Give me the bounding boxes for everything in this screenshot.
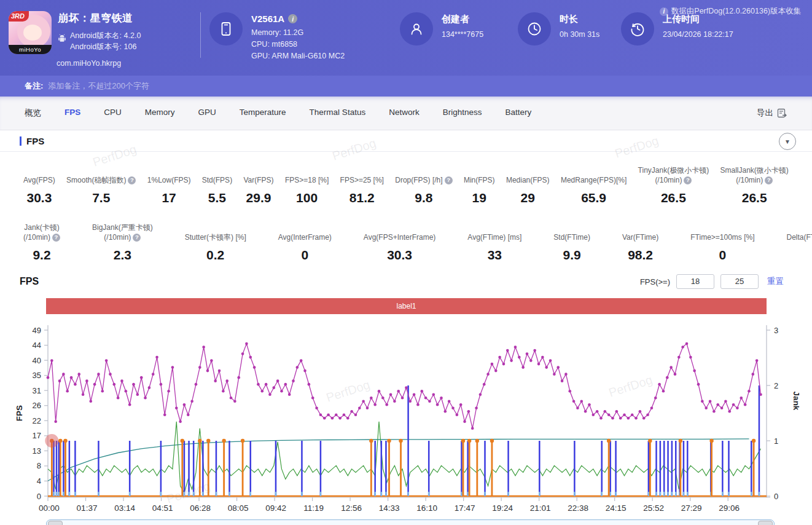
header-divider <box>200 12 201 58</box>
fps-threshold-input-2[interactable]: 25 <box>720 274 759 289</box>
svg-text:06:28: 06:28 <box>190 503 211 513</box>
tab-battery[interactable]: Battery <box>505 108 531 119</box>
svg-text:49: 49 <box>33 326 41 335</box>
help-icon[interactable]: ? <box>684 176 692 184</box>
svg-text:24:15: 24:15 <box>606 503 627 513</box>
stat-cell: Min(FPS)19 <box>464 164 495 205</box>
svg-text:2: 2 <box>774 381 778 390</box>
device-info: V2561A i Memory: 11.2G CPU: mt6858 GPU: … <box>209 9 400 61</box>
svg-text:0: 0 <box>37 492 41 501</box>
reset-button[interactable]: 重置 <box>767 276 784 287</box>
chart-scrollbar[interactable] <box>46 519 775 525</box>
game-app-icon: 3RD miHoYo <box>9 11 52 54</box>
fps-threshold-input-1[interactable]: 18 <box>676 274 714 289</box>
android-version-code: Android版本号: 106 <box>70 41 141 52</box>
svg-text:27:29: 27:29 <box>681 503 702 513</box>
stat-cell: Avg(FPS+InterFrame)30.3 <box>364 221 435 262</box>
stat-label: MedRange(FPS)[%] <box>561 164 627 185</box>
scrollbar-right-handle[interactable] <box>758 521 773 525</box>
stat-value: 9.2 <box>23 248 60 262</box>
help-icon[interactable]: ? <box>128 176 136 184</box>
stat-label: Avg(FPS) <box>23 164 55 185</box>
export-icon <box>777 108 787 118</box>
chart-title: FPS <box>20 276 640 287</box>
stat-value: 0 <box>690 248 754 262</box>
collect-note-text: 数据由PerfDog(12.0.260136)版本收集 <box>671 6 801 17</box>
collapse-button[interactable]: ▼ <box>779 133 796 150</box>
svg-text:0: 0 <box>774 492 778 501</box>
note-input[interactable]: 添加备注，不超过200个字符 <box>48 81 787 92</box>
svg-text:22:38: 22:38 <box>568 503 588 513</box>
stat-label: Std(FPS) <box>202 164 232 185</box>
scrollbar-left-handle[interactable] <box>48 521 63 525</box>
stats-row-2: Jank(卡顿)(/10min)?9.2BigJank(严重卡顿)(/10min… <box>23 221 789 262</box>
stat-cell: Std(FTime)9.9 <box>553 221 590 262</box>
export-label: 导出 <box>757 108 773 119</box>
svg-text:3: 3 <box>774 326 778 335</box>
stat-label: 1%Low(FPS) <box>147 164 191 185</box>
stat-cell: Smooth(稳帧指数)?7.5 <box>66 164 136 205</box>
stat-label: FPS>=18 [%] <box>285 164 329 185</box>
svg-text:09:42: 09:42 <box>265 503 286 513</box>
creator-info: 创建者 134****7675 <box>400 9 518 45</box>
game-icon-badge: 3RD <box>9 11 29 22</box>
stat-cell: Avg(FTime) [ms]33 <box>467 221 521 262</box>
stat-label: SmallJank(微小卡顿)(/10min)? <box>720 164 788 185</box>
svg-text:17:47: 17:47 <box>455 503 475 513</box>
stat-cell: Jank(卡顿)(/10min)?9.2 <box>23 221 60 262</box>
svg-text:FPS: FPS <box>15 405 24 421</box>
device-gpu: GPU: ARM Mali-G610 MC2 <box>251 51 345 61</box>
stat-value: 0 <box>278 248 332 262</box>
tab-thermal-status[interactable]: Thermal Status <box>310 108 366 119</box>
help-icon[interactable]: ? <box>445 176 453 184</box>
stat-label: Smooth(稳帧指数)? <box>66 164 136 185</box>
clock-icon <box>518 12 551 45</box>
tab-概览[interactable]: 概览 <box>25 108 41 119</box>
help-icon[interactable]: ? <box>133 234 141 242</box>
help-icon[interactable]: ? <box>765 176 773 184</box>
perfdog-report-page: { "icons": { "help": "?", "info": "i", "… <box>0 0 812 525</box>
fps-chart: 494440353126221713840321000:0001:3703:14… <box>0 319 812 524</box>
stat-value: 0.2 <box>185 248 246 262</box>
tab-cpu[interactable]: CPU <box>104 108 122 119</box>
android-icon <box>58 34 66 44</box>
phone-icon <box>209 12 243 45</box>
help-icon[interactable]: ? <box>52 234 60 242</box>
stat-cell: Avg(InterFrame)0 <box>278 221 332 262</box>
svg-text:4: 4 <box>37 476 41 486</box>
stat-cell: SmallJank(微小卡顿)(/10min)?26.5 <box>720 164 788 205</box>
stat-value: 30.3 <box>364 248 435 262</box>
stat-cell: BigJank(严重卡顿)(/10min)?2.3 <box>92 221 153 262</box>
tab-network[interactable]: Network <box>389 108 420 119</box>
device-info-icon[interactable]: i <box>288 14 297 23</box>
fps-chart-svg: 494440353126221713840321000:0001:3703:14… <box>0 319 812 521</box>
fps-threshold-label: FPS(>=) <box>640 277 670 286</box>
stat-value: 81.2 <box>340 191 384 205</box>
tab-memory[interactable]: Memory <box>145 108 175 119</box>
stat-label: FPS>=25 [%] <box>340 164 384 185</box>
duration-info: 时长 0h 30m 31s <box>518 9 621 45</box>
annotation-label-bar[interactable]: label1 <box>46 298 767 314</box>
stat-label: Avg(FTime) [ms] <box>467 221 521 242</box>
svg-text:11:19: 11:19 <box>303 503 324 513</box>
svg-text:1: 1 <box>774 436 778 446</box>
svg-text:08:05: 08:05 <box>228 503 249 513</box>
stat-label: Var(FPS) <box>243 164 273 185</box>
tab-bar: 概览FPSCPUMemoryGPUTemperatureThermal Stat… <box>0 97 812 130</box>
stat-value: 5.5 <box>202 191 232 205</box>
tab-brightness[interactable]: Brightness <box>443 108 482 119</box>
tab-gpu[interactable]: GPU <box>198 108 216 119</box>
svg-text:04:51: 04:51 <box>152 503 173 513</box>
note-label: 备注: <box>25 81 43 92</box>
device-cpu: CPU: mt6858 <box>251 39 345 49</box>
stat-cell: Avg(FPS)30.3 <box>23 164 55 205</box>
stat-value: 2.3 <box>92 248 153 262</box>
stat-cell: Std(FPS)5.5 <box>202 164 232 205</box>
stat-label: Min(FPS) <box>464 164 495 185</box>
stat-label: TinyJank(极微小卡顿)(/10min)? <box>638 164 709 185</box>
collect-note: i 数据由PerfDog(12.0.260136)版本收集 <box>660 6 801 17</box>
tab-temperature[interactable]: Temperature <box>240 108 286 119</box>
export-button[interactable]: 导出 <box>757 108 787 119</box>
section-title: FPS <box>26 136 44 146</box>
tab-fps[interactable]: FPS <box>64 108 80 119</box>
